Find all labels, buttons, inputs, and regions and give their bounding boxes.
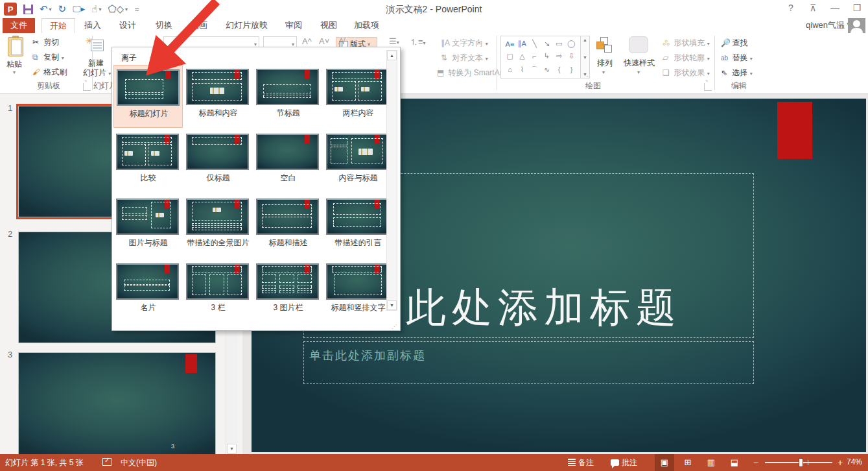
oval-icon[interactable]: ◯ [567, 40, 575, 48]
layout-item-title-slide[interactable]: 标题幻灯片 [113, 65, 183, 128]
comments-button[interactable]: 批注 [611, 457, 637, 468]
find-button[interactable]: 🔎 查找 [721, 38, 747, 49]
triangle-icon[interactable]: △ [519, 52, 524, 60]
slide-sorter-view-button[interactable]: ⊞ [678, 454, 698, 471]
cut-button[interactable]: ✂ 剪切 [32, 37, 59, 48]
language-indicator[interactable]: 中文(中国) [121, 457, 157, 468]
normal-view-button[interactable]: ▣ [655, 454, 674, 471]
tab-animations[interactable]: 动画 [183, 18, 215, 33]
increase-font-icon[interactable]: A^ [302, 36, 312, 46]
paste-button[interactable]: 粘贴 [6, 59, 22, 70]
shape-fill-button[interactable]: 🝆 形状填充 ▾ [663, 38, 710, 49]
paste-icon[interactable] [8, 37, 23, 56]
numbering-icon[interactable]: ⒈≡▾ [410, 36, 426, 48]
gallery-resize-grip[interactable]: ⋰ [392, 324, 398, 329]
slide-thumbnail-3[interactable]: 3 [18, 352, 216, 458]
slideshow-view-button[interactable]: ⬓ [725, 454, 744, 471]
tab-slideshow[interactable]: 幻灯片放映 [218, 18, 276, 33]
help-button[interactable]: ? [785, 3, 797, 13]
layout-item-title-and-caption[interactable]: 标题和描述 [253, 195, 323, 258]
arrange-caret-icon[interactable]: ▾ [602, 69, 605, 75]
quick-styles-button[interactable]: 快速样式 [619, 58, 659, 69]
layout-item-panoramic-picture[interactable]: 带描述的全景图片 [183, 195, 253, 258]
arrange-button[interactable]: 排列 [589, 58, 621, 69]
elbow-icon[interactable]: ⌐ [532, 53, 536, 60]
tab-file[interactable]: 文件 [3, 18, 35, 33]
tab-insert[interactable]: 插入 [76, 18, 109, 33]
reading-view-button[interactable]: ▥ [701, 454, 721, 471]
clear-formatting-icon[interactable]: A̸ [338, 36, 344, 46]
quick-styles-caret-icon[interactable]: ▾ [637, 69, 640, 75]
tab-design[interactable]: 设计 [111, 18, 144, 33]
tab-view[interactable]: 视图 [312, 18, 345, 33]
line-icon[interactable]: ╲ [532, 40, 537, 48]
decrease-font-icon[interactable]: A˅ [319, 36, 329, 46]
shapes-gallery[interactable]: A≡∥A╲↘▭◯ ▢△⌐↳⇨⇩ ⌂⌇⌒∿{} [500, 36, 581, 78]
convert-smartart-button[interactable]: ⬒ 转换为 SmartArt ▾ [437, 67, 509, 78]
user-avatar[interactable] [848, 18, 865, 33]
paste-caret-icon[interactable]: ▾ [13, 69, 16, 75]
layout-item-name-card[interactable]: 名片 [113, 260, 183, 322]
clipboard-dialog-launcher[interactable] [83, 83, 91, 91]
shape-outline-button[interactable]: ▱ 形状轮廓 ▾ [663, 53, 710, 64]
copy-button[interactable]: ⧉ 复制 ▾ [32, 52, 64, 63]
layout-item-quote-with-caption[interactable]: 带描述的引言 [323, 195, 393, 258]
right-brace-icon[interactable]: } [570, 66, 573, 73]
layout-item-section-header[interactable]: 节标题 [253, 65, 323, 128]
zoom-out-button[interactable]: − [753, 457, 758, 468]
textbox-icon[interactable]: A≡ [506, 40, 515, 48]
tab-home[interactable]: 开始 [41, 18, 75, 33]
vertical-textbox-icon[interactable]: ∥A [518, 40, 526, 48]
layout-item-3-picture-columns[interactable]: 3 图片栏 [253, 260, 323, 322]
tab-transitions[interactable]: 切换 [148, 18, 180, 33]
layout-item-two-content[interactable]: 两栏内容 [323, 65, 393, 128]
tab-addins[interactable]: 加载项 [346, 18, 387, 33]
freeform-icon[interactable]: ⌂ [508, 66, 512, 73]
zoom-slider-thumb[interactable] [799, 458, 803, 467]
select-button[interactable]: ⇖ 选择 ▾ [721, 67, 753, 78]
zoom-in-button[interactable]: + [838, 457, 843, 468]
bullets-icon[interactable]: ☰▾ [389, 36, 399, 46]
scribble-icon[interactable]: ⌇ [521, 66, 524, 74]
layout-item-content-with-caption[interactable]: 内容与标题 [323, 130, 393, 193]
text-direction-button[interactable]: ∥A 文字方向 ▾ [441, 38, 488, 49]
left-brace-icon[interactable]: { [558, 66, 561, 73]
notes-button[interactable]: 备注 [568, 457, 594, 468]
format-painter-icon: 🖌 [32, 67, 41, 77]
scroll-down-icon[interactable]: ▼ [227, 444, 237, 453]
arc-icon[interactable]: ⌒ [531, 65, 538, 75]
subtitle-placeholder-text[interactable]: 单击此处添加副标题 [309, 348, 426, 363]
rectangle-icon[interactable]: ▭ [556, 40, 562, 48]
align-text-button[interactable]: ⇅ 对齐文本 ▾ [441, 53, 488, 64]
rounded-rect-icon[interactable]: ▢ [506, 52, 513, 60]
layout-item-3-columns[interactable]: 3 栏 [183, 260, 253, 322]
minimize-button[interactable]: — [829, 3, 841, 13]
ribbon-display-options-button[interactable]: ⊼ [807, 3, 819, 13]
format-painter-button[interactable]: 🖌 格式刷 [32, 67, 67, 78]
arrow-icon[interactable]: ↘ [544, 40, 550, 48]
right-arrow-icon[interactable]: ⇨ [556, 52, 562, 60]
layout-item-title-only[interactable]: 仅标题 [183, 130, 253, 193]
account-name[interactable]: qiwen气温 [806, 19, 845, 31]
drawing-dialog-launcher[interactable] [704, 83, 712, 91]
spellcheck-icon[interactable] [102, 457, 111, 466]
replace-button[interactable]: ab 替换 ▾ [721, 53, 753, 64]
elbow-arrow-icon[interactable]: ↳ [544, 52, 550, 60]
new-slide-button-line2[interactable]: 幻灯片 ▾ [83, 67, 111, 78]
layout-item-comparison[interactable]: 比较 [113, 130, 183, 193]
gallery-scroll-down-icon[interactable]: ▼ [387, 300, 397, 310]
layout-item-title-vertical-text[interactable]: 标题和竖排文字 [323, 260, 393, 322]
restore-button[interactable]: ❐ [851, 3, 863, 13]
down-arrow-icon[interactable]: ⇩ [569, 52, 574, 60]
curve-icon[interactable]: ∿ [544, 66, 550, 74]
layout-item-blank[interactable]: 空白 [253, 130, 323, 193]
tab-review[interactable]: 审阅 [277, 18, 310, 33]
shape-effects-button[interactable]: ❑ 形状效果 ▾ [663, 67, 710, 78]
zoom-percentage[interactable]: 74% [847, 457, 862, 466]
slide-counter[interactable]: 幻灯片 第 1 张, 共 5 张 [5, 457, 84, 468]
shapes-gallery-scrollbar[interactable]: ▲▼▼̱ [581, 36, 590, 78]
layout-item-picture-with-caption[interactable]: 图片与标题 [113, 195, 183, 258]
gallery-scrollbar[interactable]: ▲ ▼ [386, 50, 397, 311]
layout-item-title-and-content[interactable]: 标题和内容 [183, 65, 253, 128]
gallery-scroll-up-icon[interactable]: ▲ [387, 51, 397, 60]
